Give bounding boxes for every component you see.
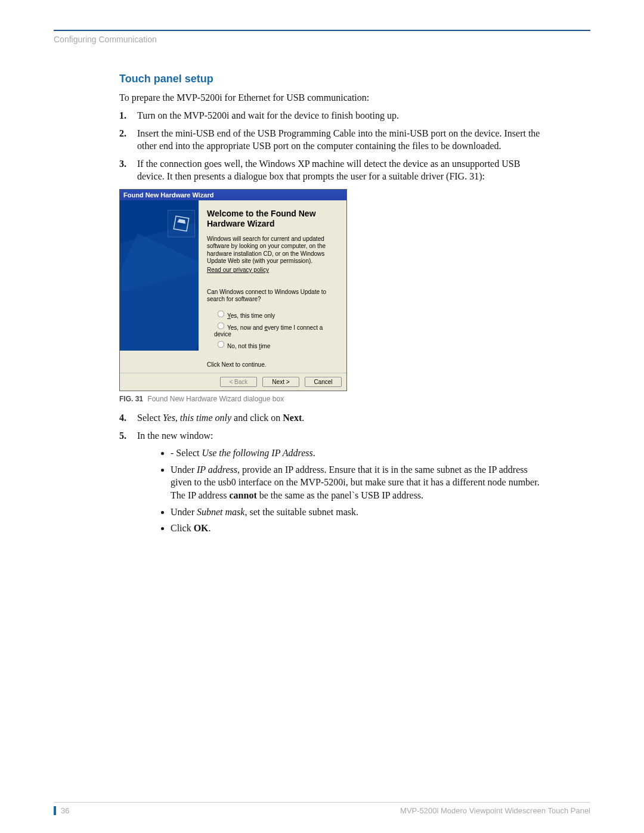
numbered-list: 1. Turn on the MVP-5200i and wait for th… — [119, 109, 549, 183]
radio-label: Yes, now and — [227, 324, 264, 331]
figure-label: FIG. 31 — [119, 395, 143, 403]
step-number: 3. — [119, 157, 126, 171]
step-5: 5. In the new window: - Select Use the f… — [119, 429, 549, 535]
dialog-heading: Welcome to the Found New Hardware Wizard — [207, 209, 338, 230]
italic-text: Yes, this time only — [163, 413, 231, 423]
figure-caption: FIG. 31 Found New Hardware Wizard dialog… — [119, 395, 549, 403]
bullet-item: - Select Use the following IP Address. — [171, 447, 549, 460]
radio-input[interactable] — [218, 323, 225, 330]
radio-input[interactable] — [218, 341, 225, 348]
privacy-link[interactable]: Read our privacy policy — [207, 267, 338, 273]
bold-text: cannot — [230, 490, 257, 500]
step-text: Insert the mini-USB end of the USB Progr… — [137, 128, 540, 151]
step-number: 2. — [119, 127, 126, 140]
spacer — [207, 280, 338, 289]
bullet-item: Under Subnet mask, set the suitable subn… — [171, 506, 549, 519]
text: and click on — [231, 413, 283, 423]
intro-text: To prepare the MVP-5200i for Ethernet fo… — [119, 92, 549, 103]
step-text: If the connection goes well, the Windows… — [137, 159, 520, 182]
dialog-body: Welcome to the Found New Hardware Wizard… — [120, 200, 346, 373]
dialog-button-bar: < Back Next > Cancel — [120, 373, 346, 391]
step-4: 4. Select Yes, this time only and click … — [119, 411, 549, 425]
cancel-button[interactable]: Cancel — [305, 377, 342, 387]
step-text: Turn on the MVP-5200i and wait for the d… — [137, 110, 399, 120]
bold-text: Next — [283, 413, 302, 423]
figure-caption-text: Found New Hardware Wizard dialogue box — [147, 395, 284, 403]
italic-text: Subnet mask — [197, 507, 244, 517]
step-number: 5. — [119, 429, 126, 442]
step-3: 3. If the connection goes well, the Wind… — [119, 157, 549, 183]
bullet-list: - Select Use the following IP Address. U… — [171, 447, 549, 535]
page-number: 36 — [54, 806, 69, 815]
running-header: Configuring Communication — [54, 35, 590, 44]
radio-group: Yes, this time only Yes, now and every t… — [214, 307, 338, 351]
text: be the same as the panel`s USB IP addres… — [257, 490, 423, 500]
step-text: In the new window: — [137, 431, 213, 441]
numbered-list-continued: 4. Select Yes, this time only and click … — [119, 411, 549, 535]
device-icon — [172, 215, 190, 233]
found-new-hardware-dialog: Found New Hardware Wizard Welc — [119, 189, 347, 391]
back-button[interactable]: < Back — [220, 377, 257, 387]
svg-rect-0 — [174, 216, 188, 231]
step-number: 4. — [119, 411, 126, 425]
dialog-continue-note: Click Next to continue. — [207, 351, 338, 368]
dialog-screenshot: Found New Hardware Wizard Welc — [119, 189, 549, 391]
bullet-item: Click OK. — [171, 522, 549, 535]
italic-text: Use the following IP Address — [202, 448, 312, 458]
step-text: Select Yes, this time only and click on … — [137, 413, 304, 423]
dialog-description: Windows will search for current and upda… — [207, 236, 338, 265]
radio-input[interactable] — [218, 311, 225, 318]
dialog-main: Welcome to the Found New Hardware Wizard… — [199, 200, 346, 373]
radio-label: No, not this — [227, 343, 259, 349]
text: - Select — [171, 448, 202, 458]
text: . — [313, 448, 315, 458]
text: , set the suitable subnet mask. — [244, 507, 358, 517]
step-1: 1. Turn on the MVP-5200i and wait for th… — [119, 109, 549, 122]
italic-text: IP address — [197, 465, 237, 475]
text: Under — [171, 507, 197, 517]
footer-doc-title: MVP-5200i Modero Viewpoint Widescreen To… — [400, 806, 590, 815]
text: Click — [171, 523, 194, 533]
page: Configuring Communication Touch panel se… — [0, 0, 644, 833]
radio-label: ime — [261, 343, 270, 349]
text: . — [209, 523, 211, 533]
text: . — [302, 413, 304, 423]
text: Select — [137, 413, 163, 423]
step-number: 1. — [119, 109, 126, 122]
section-title: Touch panel setup — [119, 73, 549, 85]
dialog-sidebar — [120, 200, 199, 351]
bold-text: OK — [194, 523, 209, 533]
next-button[interactable]: Next > — [262, 377, 299, 387]
radio-yes-once[interactable]: Yes, this time only — [214, 308, 338, 319]
main-content: Touch panel setup To prepare the MVP-520… — [119, 73, 549, 535]
hardware-icon — [168, 210, 195, 237]
radio-yes-always[interactable]: Yes, now and every time I connect a devi… — [214, 320, 338, 337]
text: Under — [171, 465, 197, 475]
top-rule — [54, 30, 590, 31]
bullet-item: Under IP address, provide an IP address.… — [171, 463, 549, 502]
dialog-title-bar: Found New Hardware Wizard — [120, 190, 346, 200]
radio-label: es, this time only — [231, 312, 275, 319]
page-footer: 36 MVP-5200i Modero Viewpoint Widescreen… — [54, 802, 590, 815]
dialog-question: Can Windows connect to Windows Update to… — [207, 289, 338, 304]
radio-no[interactable]: No, not this time — [214, 339, 338, 349]
step-2: 2. Insert the mini-USB end of the USB Pr… — [119, 127, 549, 153]
